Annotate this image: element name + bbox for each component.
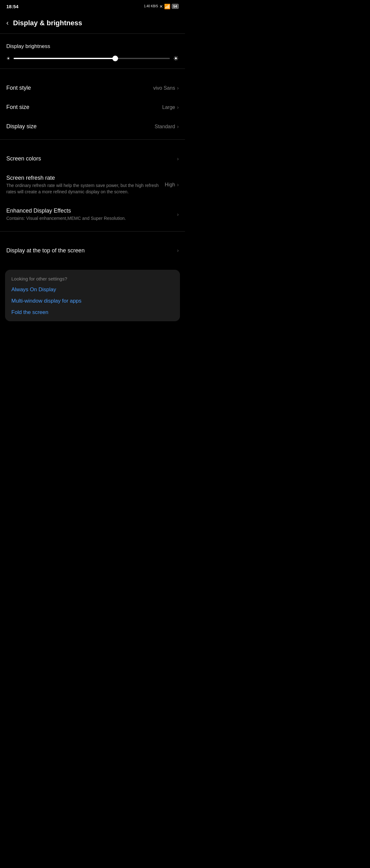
suggestion-card-title: Looking for other settings? (11, 276, 174, 281)
top-screen-section: Display at the top of the screen › (0, 231, 185, 264)
setting-item-display-at-top[interactable]: Display at the top of the screen › (0, 241, 185, 260)
network-speed: 1.40 KB/S (144, 4, 158, 8)
setting-item-screen-colors-left: Screen colors (6, 155, 177, 162)
setting-item-font-size-left: Font size (6, 104, 162, 111)
brightness-high-icon: ☀ (173, 55, 179, 62)
display-size-title: Display size (6, 123, 152, 130)
font-size-chevron-icon: › (177, 104, 179, 110)
display-size-value: Standard (155, 124, 175, 129)
setting-item-display-at-top-left: Display at the top of the screen (6, 247, 177, 254)
setting-item-enhanced-display-right: › (177, 212, 179, 217)
font-style-chevron-icon: › (177, 85, 179, 91)
setting-item-screen-colors-right: › (177, 156, 179, 162)
setting-item-font-style[interactable]: Font style vivo Sans › (0, 78, 185, 98)
suggestion-card: Looking for other settings? Always On Di… (5, 270, 180, 321)
font-size-title: Font size (6, 104, 159, 111)
screen-refresh-rate-subtitle: The ordinary refresh rate will help the … (6, 183, 162, 195)
screen-refresh-rate-value: High (165, 182, 175, 188)
x-icon: ✕ (160, 4, 163, 9)
display-at-top-chevron-icon: › (177, 248, 179, 253)
enhanced-display-title: Enhanced Display Effects (6, 208, 174, 214)
display-at-top-title: Display at the top of the screen (6, 247, 174, 254)
screen-colors-title: Screen colors (6, 155, 174, 162)
setting-item-enhanced-display[interactable]: Enhanced Display Effects Contains: Visua… (0, 201, 185, 228)
enhanced-display-subtitle: Contains: Visual enhancement,MEMC and Su… (6, 215, 174, 222)
brightness-slider[interactable] (13, 58, 170, 59)
status-bar: 18:54 1.40 KB/S ✕ 📶 54 (0, 0, 185, 12)
font-style-value: vivo Sans (153, 85, 175, 91)
screen-colors-chevron-icon: › (177, 156, 179, 162)
setting-item-font-size[interactable]: Font size Large › (0, 98, 185, 117)
screen-refresh-rate-title: Screen refresh rate (6, 175, 162, 181)
setting-item-display-size-right: Standard › (155, 124, 179, 129)
setting-item-font-size-right: Large › (162, 104, 179, 110)
setting-item-screen-refresh-rate[interactable]: Screen refresh rate The ordinary refresh… (0, 168, 185, 201)
setting-item-screen-refresh-rate-right: High › (165, 182, 179, 188)
setting-item-display-at-top-right: › (177, 248, 179, 253)
brightness-section: Display brightness ☀ ☀ (0, 34, 185, 68)
setting-item-font-style-right: vivo Sans › (153, 85, 179, 91)
display-section: Screen colors › Screen refresh rate The … (0, 140, 185, 231)
setting-item-enhanced-display-left: Enhanced Display Effects Contains: Visua… (6, 208, 177, 222)
font-section: Font style vivo Sans › Font size Large ›… (0, 69, 185, 139)
brightness-label: Display brightness (6, 43, 179, 50)
screen-refresh-rate-chevron-icon: › (177, 182, 179, 188)
setting-item-screen-refresh-rate-left: Screen refresh rate The ordinary refresh… (6, 175, 165, 195)
page-title: Display & brightness (13, 19, 82, 27)
setting-item-display-size[interactable]: Display size Standard › (0, 117, 185, 136)
display-size-chevron-icon: › (177, 124, 179, 129)
brightness-slider-container: ☀ ☀ (6, 55, 179, 62)
suggestion-link-fold-screen[interactable]: Fold the screen (11, 309, 174, 315)
suggestion-link-multi-window[interactable]: Multi-window display for apps (11, 298, 174, 304)
brightness-slider-thumb[interactable] (112, 56, 118, 61)
setting-item-display-size-left: Display size (6, 123, 155, 130)
brightness-low-icon: ☀ (6, 56, 10, 61)
font-size-value: Large (162, 104, 175, 110)
setting-item-font-style-left: Font style (6, 85, 153, 91)
status-icons: 1.40 KB/S ✕ 📶 54 (144, 3, 179, 9)
back-button[interactable]: ‹ (6, 19, 8, 27)
page-header: ‹ Display & brightness (0, 12, 185, 33)
status-time: 18:54 (6, 4, 18, 9)
battery-icon: 54 (172, 4, 179, 9)
enhanced-display-chevron-icon: › (177, 212, 179, 217)
font-style-title: Font style (6, 85, 150, 91)
wifi-icon: 📶 (164, 3, 170, 9)
suggestion-link-always-on-display[interactable]: Always On Display (11, 286, 174, 293)
setting-item-screen-colors[interactable]: Screen colors › (0, 149, 185, 168)
